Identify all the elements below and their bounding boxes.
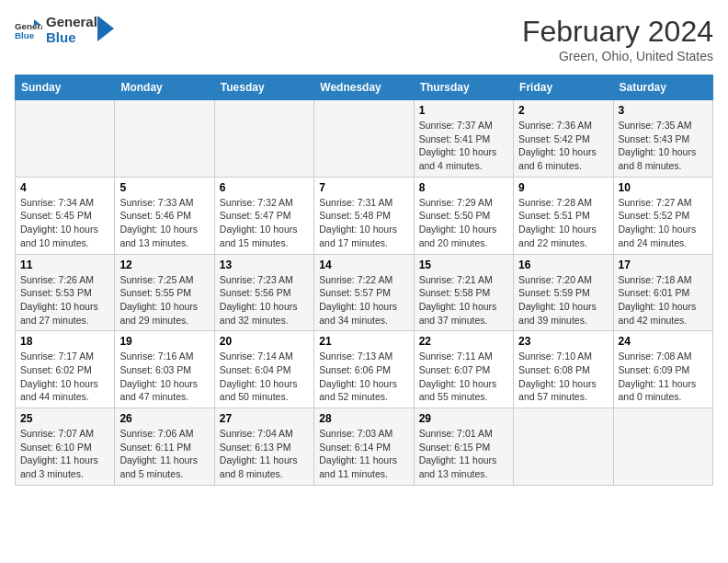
day-info: Sunrise: 7:07 AM Sunset: 6:10 PM Dayligh… (20, 427, 109, 481)
day-number: 5 (119, 181, 209, 194)
day-info: Sunrise: 7:37 AM Sunset: 5:41 PM Dayligh… (419, 119, 508, 173)
month-title: February 2024 (522, 15, 713, 49)
day-number: 18 (20, 335, 109, 348)
calendar-cell: 6Sunrise: 7:32 AM Sunset: 5:47 PM Daylig… (214, 177, 313, 254)
header-row: SundayMondayTuesdayWednesdayThursdayFrid… (16, 75, 713, 100)
calendar-cell: 14Sunrise: 7:22 AM Sunset: 5:57 PM Dayli… (314, 254, 414, 331)
calendar-cell: 16Sunrise: 7:20 AM Sunset: 5:59 PM Dayli… (514, 254, 613, 331)
day-info: Sunrise: 7:03 AM Sunset: 6:14 PM Dayligh… (319, 427, 408, 481)
calendar-week-row: 11Sunrise: 7:26 AM Sunset: 5:53 PM Dayli… (16, 254, 713, 331)
day-number: 15 (419, 259, 508, 271)
day-number: 29 (419, 412, 508, 425)
calendar-cell (115, 100, 214, 178)
svg-text:General: General (15, 20, 42, 30)
day-number: 10 (619, 181, 708, 194)
day-number: 11 (20, 259, 109, 271)
location: Green, Ohio, United States (522, 49, 713, 63)
day-info: Sunrise: 7:06 AM Sunset: 6:11 PM Dayligh… (119, 427, 209, 481)
logo-icon: General Blue (15, 19, 42, 41)
calendar-cell (214, 100, 313, 178)
day-number: 4 (20, 181, 109, 194)
calendar-cell (16, 100, 115, 178)
day-number: 25 (20, 412, 109, 425)
day-info: Sunrise: 7:29 AM Sunset: 5:50 PM Dayligh… (419, 196, 508, 250)
calendar-cell: 4Sunrise: 7:34 AM Sunset: 5:45 PM Daylig… (16, 177, 115, 254)
day-info: Sunrise: 7:20 AM Sunset: 5:59 PM Dayligh… (518, 273, 608, 327)
calendar-cell: 27Sunrise: 7:04 AM Sunset: 6:13 PM Dayli… (214, 408, 313, 486)
calendar-cell: 24Sunrise: 7:08 AM Sunset: 6:09 PM Dayli… (613, 331, 712, 408)
day-info: Sunrise: 7:14 AM Sunset: 6:04 PM Dayligh… (220, 350, 309, 404)
day-number: 13 (220, 259, 309, 271)
calendar-cell: 21Sunrise: 7:13 AM Sunset: 6:06 PM Dayli… (314, 331, 414, 408)
day-number: 14 (319, 259, 408, 271)
day-info: Sunrise: 7:26 AM Sunset: 5:53 PM Dayligh… (20, 273, 109, 327)
calendar-cell (514, 408, 613, 486)
day-info: Sunrise: 7:04 AM Sunset: 6:13 PM Dayligh… (220, 427, 309, 481)
day-info: Sunrise: 7:27 AM Sunset: 5:52 PM Dayligh… (619, 196, 708, 250)
calendar-table: SundayMondayTuesdayWednesdayThursdayFrid… (15, 75, 713, 486)
calendar-cell (314, 100, 414, 178)
calendar-cell: 20Sunrise: 7:14 AM Sunset: 6:04 PM Dayli… (214, 331, 313, 408)
calendar-header: SundayMondayTuesdayWednesdayThursdayFrid… (16, 75, 713, 100)
day-number: 8 (419, 181, 508, 194)
calendar-week-row: 18Sunrise: 7:17 AM Sunset: 6:02 PM Dayli… (16, 331, 713, 408)
day-info: Sunrise: 7:35 AM Sunset: 5:43 PM Dayligh… (619, 119, 708, 173)
weekday-header: Sunday (16, 75, 115, 100)
calendar-cell: 23Sunrise: 7:10 AM Sunset: 6:08 PM Dayli… (514, 331, 613, 408)
day-info: Sunrise: 7:11 AM Sunset: 6:07 PM Dayligh… (419, 350, 508, 404)
weekday-header: Saturday (613, 75, 712, 100)
day-info: Sunrise: 7:22 AM Sunset: 5:57 PM Dayligh… (319, 273, 408, 327)
day-info: Sunrise: 7:23 AM Sunset: 5:56 PM Dayligh… (220, 273, 309, 327)
day-number: 19 (119, 335, 209, 348)
day-number: 7 (319, 181, 408, 194)
weekday-header: Monday (115, 75, 214, 100)
calendar-cell: 11Sunrise: 7:26 AM Sunset: 5:53 PM Dayli… (16, 254, 115, 331)
calendar-cell: 9Sunrise: 7:28 AM Sunset: 5:51 PM Daylig… (514, 177, 613, 254)
day-number: 16 (518, 259, 608, 271)
day-number: 1 (419, 104, 508, 117)
calendar-cell: 8Sunrise: 7:29 AM Sunset: 5:50 PM Daylig… (414, 177, 513, 254)
calendar-cell: 3Sunrise: 7:35 AM Sunset: 5:43 PM Daylig… (613, 100, 712, 178)
calendar-cell: 15Sunrise: 7:21 AM Sunset: 5:58 PM Dayli… (414, 254, 513, 331)
calendar-week-row: 25Sunrise: 7:07 AM Sunset: 6:10 PM Dayli… (16, 408, 713, 486)
page-header: General Blue General Blue February 2024 … (15, 15, 713, 63)
weekday-header: Tuesday (214, 75, 313, 100)
day-info: Sunrise: 7:13 AM Sunset: 6:06 PM Dayligh… (319, 350, 408, 404)
calendar-cell: 19Sunrise: 7:16 AM Sunset: 6:03 PM Dayli… (115, 331, 214, 408)
weekday-header: Friday (514, 75, 613, 100)
calendar-cell: 26Sunrise: 7:06 AM Sunset: 6:11 PM Dayli… (115, 408, 214, 486)
day-info: Sunrise: 7:34 AM Sunset: 5:45 PM Dayligh… (20, 196, 109, 250)
calendar-cell: 12Sunrise: 7:25 AM Sunset: 5:55 PM Dayli… (115, 254, 214, 331)
svg-text:Blue: Blue (15, 30, 35, 40)
day-info: Sunrise: 7:10 AM Sunset: 6:08 PM Dayligh… (518, 350, 608, 404)
calendar-cell: 2Sunrise: 7:36 AM Sunset: 5:42 PM Daylig… (514, 100, 613, 178)
day-info: Sunrise: 7:18 AM Sunset: 6:01 PM Dayligh… (619, 273, 708, 327)
calendar-cell: 17Sunrise: 7:18 AM Sunset: 6:01 PM Dayli… (613, 254, 712, 331)
day-info: Sunrise: 7:31 AM Sunset: 5:48 PM Dayligh… (319, 196, 408, 250)
day-info: Sunrise: 7:21 AM Sunset: 5:58 PM Dayligh… (419, 273, 508, 327)
day-number: 22 (419, 335, 508, 348)
title-block: February 2024 Green, Ohio, United States (522, 15, 713, 63)
day-info: Sunrise: 7:08 AM Sunset: 6:09 PM Dayligh… (619, 350, 708, 404)
calendar-body: 1Sunrise: 7:37 AM Sunset: 5:41 PM Daylig… (16, 100, 713, 486)
day-number: 27 (220, 412, 309, 425)
day-number: 20 (220, 335, 309, 348)
weekday-header: Thursday (414, 75, 513, 100)
calendar-cell: 22Sunrise: 7:11 AM Sunset: 6:07 PM Dayli… (414, 331, 513, 408)
calendar-cell: 1Sunrise: 7:37 AM Sunset: 5:41 PM Daylig… (414, 100, 513, 178)
calendar-cell: 18Sunrise: 7:17 AM Sunset: 6:02 PM Dayli… (16, 331, 115, 408)
calendar-cell: 25Sunrise: 7:07 AM Sunset: 6:10 PM Dayli… (16, 408, 115, 486)
day-info: Sunrise: 7:32 AM Sunset: 5:47 PM Dayligh… (220, 196, 309, 250)
day-info: Sunrise: 7:28 AM Sunset: 5:51 PM Dayligh… (518, 196, 608, 250)
day-info: Sunrise: 7:25 AM Sunset: 5:55 PM Dayligh… (119, 273, 209, 327)
day-info: Sunrise: 7:36 AM Sunset: 5:42 PM Dayligh… (518, 119, 608, 173)
weekday-header: Wednesday (314, 75, 414, 100)
day-info: Sunrise: 7:33 AM Sunset: 5:46 PM Dayligh… (119, 196, 209, 250)
day-number: 28 (319, 412, 408, 425)
day-number: 26 (119, 412, 209, 425)
calendar-week-row: 4Sunrise: 7:34 AM Sunset: 5:45 PM Daylig… (16, 177, 713, 254)
calendar-cell: 10Sunrise: 7:27 AM Sunset: 5:52 PM Dayli… (613, 177, 712, 254)
calendar-cell: 5Sunrise: 7:33 AM Sunset: 5:46 PM Daylig… (115, 177, 214, 254)
calendar-cell: 29Sunrise: 7:01 AM Sunset: 6:15 PM Dayli… (414, 408, 513, 486)
day-number: 23 (518, 335, 608, 348)
